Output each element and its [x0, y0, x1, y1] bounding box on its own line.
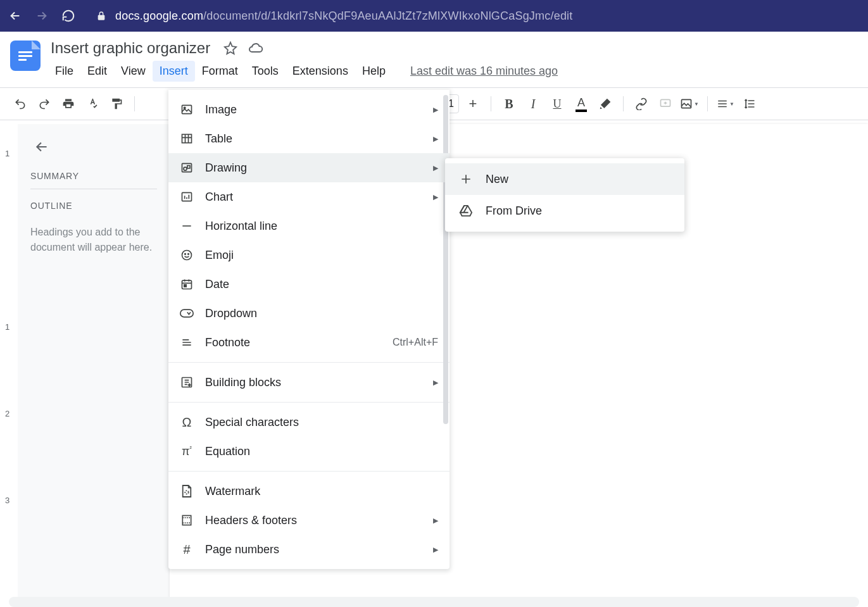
url-text: docs.google.com/document/d/1kdkrl7sNkQdF… [115, 9, 573, 23]
menu-insert[interactable]: Insert [153, 61, 195, 82]
underline-button[interactable]: U [547, 94, 567, 114]
docs-logo[interactable] [10, 41, 41, 71]
drawing-submenu: New From Drive [445, 158, 684, 232]
align-button[interactable]: ▼ [715, 94, 736, 114]
summary-heading: SUMMARY [30, 171, 157, 189]
equation-icon: π² [180, 444, 194, 458]
hash-icon: # [180, 542, 194, 556]
print-button[interactable] [58, 94, 79, 114]
submenu-arrow-icon: ▶ [433, 135, 438, 143]
svg-point-3 [184, 107, 186, 109]
shortcut-label: Ctrl+Alt+F [393, 337, 438, 348]
menu-item-label: Special characters [205, 416, 299, 429]
redo-button[interactable] [34, 94, 54, 114]
svg-point-11 [188, 254, 189, 255]
insert-comment-button[interactable] [655, 94, 676, 114]
svg-point-10 [185, 254, 186, 255]
document-title[interactable]: Insert graphic organizer [48, 38, 213, 58]
submenu-arrow-icon: ▶ [433, 193, 438, 201]
docs-header: Insert graphic organizer File Edit View … [0, 32, 868, 82]
bold-button[interactable]: B [499, 94, 519, 114]
browser-reload-button[interactable] [61, 8, 76, 23]
menu-item-drawing[interactable]: Drawing ▶ [168, 153, 450, 182]
insert-dropdown: Image ▶ Table ▶ Drawing ▶ Chart ▶ Horizo… [168, 90, 450, 569]
submenu-item-label: New [486, 173, 508, 186]
menu-item-label: Drawing [205, 161, 247, 175]
watermark-icon [180, 484, 194, 498]
svg-rect-8 [182, 192, 192, 201]
line-spacing-button[interactable] [739, 94, 760, 114]
menu-format[interactable]: Format [195, 61, 245, 82]
menu-item-watermark[interactable]: Watermark [168, 477, 450, 506]
last-edit-link[interactable]: Last edit was 16 minutes ago [410, 65, 558, 78]
menu-item-footnote[interactable]: Footnote Ctrl+Alt+F [168, 328, 450, 357]
chart-icon [180, 190, 194, 204]
svg-rect-7 [187, 166, 190, 168]
emoji-icon [180, 248, 194, 262]
menu-extensions[interactable]: Extensions [286, 61, 355, 82]
font-size-increase-button[interactable]: + [463, 94, 483, 114]
menu-item-dropdown[interactable]: Dropdown [168, 299, 450, 328]
menu-item-label: Chart [205, 191, 233, 204]
star-icon[interactable] [223, 41, 238, 56]
italic-button[interactable]: I [523, 94, 543, 114]
table-icon [180, 132, 194, 146]
building-blocks-icon [180, 375, 194, 389]
menu-item-table[interactable]: Table ▶ [168, 124, 450, 153]
plus-icon [459, 172, 473, 186]
insert-image-button[interactable]: ▼ [679, 94, 700, 114]
svg-point-6 [184, 167, 187, 170]
menu-help[interactable]: Help [355, 61, 393, 82]
headers-footers-icon [180, 513, 194, 527]
undo-button[interactable] [10, 94, 30, 114]
svg-rect-13 [184, 285, 186, 287]
insert-link-button[interactable] [631, 94, 651, 114]
omega-icon: Ω [180, 415, 194, 429]
submenu-item-new[interactable]: New [445, 163, 684, 195]
menu-item-label: Watermark [205, 485, 260, 498]
outline-hint: Headings you add to the document will ap… [30, 225, 157, 255]
menu-item-label: Footnote [205, 336, 250, 349]
browser-bar: docs.google.com/document/d/1kdkrl7sNkQdF… [0, 0, 868, 32]
menu-item-equation[interactable]: π² Equation [168, 437, 450, 466]
submenu-arrow-icon: ▶ [433, 546, 438, 554]
menu-tools[interactable]: Tools [245, 61, 286, 82]
paint-format-button[interactable] [106, 94, 127, 114]
text-color-button[interactable]: A [571, 94, 591, 114]
menu-item-headers-footers[interactable]: Headers & footers ▶ [168, 506, 450, 535]
footnote-icon [180, 335, 194, 349]
horizontal-scrollbar[interactable] [9, 597, 859, 607]
menu-item-chart[interactable]: Chart ▶ [168, 182, 450, 211]
menu-item-horizontal-line[interactable]: Horizontal line [168, 211, 450, 241]
outline-sidebar: SUMMARY OUTLINE Headings you add to the … [18, 124, 170, 607]
url-bar[interactable]: docs.google.com/document/d/1kdkrl7sNkQdF… [87, 4, 860, 27]
submenu-arrow-icon: ▶ [433, 516, 438, 525]
menu-item-image[interactable]: Image ▶ [168, 95, 450, 124]
sidebar-back-button[interactable] [30, 135, 53, 158]
vertical-ruler[interactable]: 1 1 2 3 [0, 124, 18, 607]
menu-item-page-numbers[interactable]: # Page numbers ▶ [168, 535, 450, 564]
highlight-button[interactable] [595, 94, 615, 114]
menu-item-emoji[interactable]: Emoji [168, 241, 450, 270]
menu-edit[interactable]: Edit [80, 61, 114, 82]
svg-rect-14 [180, 310, 193, 317]
spellcheck-button[interactable] [82, 94, 103, 114]
menu-item-building-blocks[interactable]: Building blocks ▶ [168, 368, 450, 397]
outline-heading: OUTLINE [30, 201, 157, 218]
menu-item-date[interactable]: Date [168, 270, 450, 299]
submenu-item-label: From Drive [486, 204, 542, 218]
menu-file[interactable]: File [48, 61, 80, 82]
svg-rect-17 [182, 516, 191, 525]
submenu-arrow-icon: ▶ [433, 106, 438, 114]
browser-forward-button[interactable] [34, 8, 49, 23]
drive-icon [459, 204, 473, 218]
browser-back-button[interactable] [8, 8, 23, 23]
cloud-saved-icon[interactable] [248, 41, 263, 56]
menu-item-special-characters[interactable]: Ω Special characters [168, 408, 450, 437]
submenu-arrow-icon: ▶ [433, 164, 438, 172]
menubar: File Edit View Insert Format Tools Exten… [48, 59, 858, 82]
menu-view[interactable]: View [114, 61, 153, 82]
image-icon [180, 103, 194, 116]
menu-item-label: Horizontal line [205, 220, 277, 233]
submenu-item-from-drive[interactable]: From Drive [445, 195, 684, 227]
